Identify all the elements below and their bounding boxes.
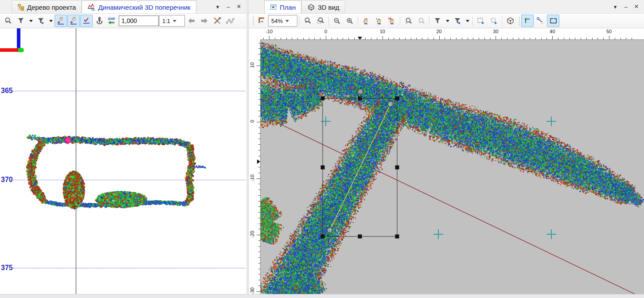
select-rectangle-icon xyxy=(477,17,485,25)
tab-label: 3D вид xyxy=(318,4,339,11)
zoom-window-button[interactable] xyxy=(314,15,327,27)
ratio-select[interactable]: 1:1 xyxy=(159,15,185,27)
zoom-select[interactable]: 54% xyxy=(268,15,297,27)
filter-add-button[interactable] xyxy=(35,15,47,27)
ruler-label: 10 xyxy=(380,29,385,34)
pane-close-button[interactable]: × xyxy=(632,2,641,12)
svg-text:DXF: DXF xyxy=(108,17,115,21)
zoom-in-icon xyxy=(346,17,354,25)
pane-menu-button[interactable]: ▾ xyxy=(213,2,222,12)
polyline-icon xyxy=(226,17,234,24)
back-button[interactable] xyxy=(185,15,198,27)
zoom-next-icon xyxy=(418,17,425,25)
anchor-icon xyxy=(96,17,103,25)
filter-button[interactable] xyxy=(431,15,444,27)
project-tree-icon xyxy=(17,4,24,11)
scale-input[interactable] xyxy=(119,15,159,26)
check-line-icon xyxy=(82,17,90,25)
ruler-corner xyxy=(249,28,261,40)
status-bar xyxy=(0,294,644,298)
settings-tools-button[interactable] xyxy=(211,15,223,27)
pan-smart-button[interactable] xyxy=(373,15,385,27)
diagonal-measure-button[interactable] xyxy=(534,15,546,27)
chevron-down-icon xyxy=(446,20,449,22)
plan-canvas-area[interactable] xyxy=(261,40,644,295)
zoom-window-icon xyxy=(316,17,324,25)
toolbar-drag-handle[interactable] xyxy=(252,15,254,26)
horizontal-ruler: -1001020304050 xyxy=(261,28,644,40)
chevron-down-icon xyxy=(466,20,469,22)
pan-button[interactable] xyxy=(360,15,372,27)
cross-section-canvas-area[interactable]: 365370375 xyxy=(0,28,246,295)
cross-section-toolbar: DXF 1:1 xyxy=(0,14,246,28)
filter-icon xyxy=(434,17,441,24)
tab-plan[interactable]: План xyxy=(264,0,301,13)
cross-section-point-cloud xyxy=(0,28,246,295)
pick-section-toggle[interactable] xyxy=(55,15,67,27)
filter-add-button[interactable] xyxy=(451,15,464,27)
filter-add-dropdown[interactable] xyxy=(47,15,54,27)
ruler-label: -30 xyxy=(250,284,255,295)
ruler-label: -10 xyxy=(265,29,273,34)
polyline-button[interactable] xyxy=(224,15,236,27)
zoom-fit-button[interactable] xyxy=(301,15,314,27)
dxf-export-button[interactable]: DXF xyxy=(106,15,118,27)
cube-section-button[interactable] xyxy=(504,15,516,27)
pane-minimize-button[interactable]: – xyxy=(223,2,233,12)
forward-button[interactable] xyxy=(198,15,211,27)
tab-label: Дерево проекта xyxy=(27,4,76,11)
ruler-cursor-marker xyxy=(358,37,362,40)
hand-sparkle-icon xyxy=(375,17,383,25)
filter-add-dropdown[interactable] xyxy=(464,15,471,27)
ratio-value: 1:1 xyxy=(162,18,170,24)
tab-3d-view[interactable]: 3D вид xyxy=(301,0,345,13)
ortho-corner-toggle[interactable] xyxy=(521,15,534,27)
filter-add-icon xyxy=(454,17,461,25)
filter-dropdown[interactable] xyxy=(444,15,451,27)
pane-minimize-button[interactable]: – xyxy=(621,2,631,12)
left-tabbar: Дерево проекта Динамический 3D поперечни… xyxy=(0,0,246,14)
ruler-label: 40 xyxy=(550,29,555,34)
filter-button[interactable] xyxy=(15,15,27,27)
toolbar-drag-handle[interactable] xyxy=(518,15,520,26)
zoom-previous-button[interactable] xyxy=(402,15,414,27)
x-axis-icon xyxy=(0,48,19,52)
hand-cross-icon xyxy=(57,17,65,25)
y-axis-icon xyxy=(18,48,24,52)
ruler-label: 20 xyxy=(436,29,441,34)
cube-section-icon xyxy=(506,17,515,25)
tab-dynamic-cross-section[interactable]: Динамический 3D поперечник xyxy=(82,0,196,13)
filter-dropdown[interactable] xyxy=(27,15,34,27)
rectangle-tool-icon xyxy=(549,17,558,25)
tab-project-tree[interactable]: Дерево проекта xyxy=(12,0,82,13)
cross-section-chart-icon xyxy=(87,4,95,11)
ruler-cursor-marker xyxy=(257,159,260,164)
select-rectangle-button[interactable] xyxy=(475,15,487,27)
zoom-out-button[interactable] xyxy=(331,15,343,27)
cube-3d-icon xyxy=(307,4,315,11)
tab-label: План xyxy=(280,4,296,11)
tools-icon xyxy=(213,17,221,25)
right-tabbar: План 3D вид ▾ – × xyxy=(249,0,644,14)
zoom-next-button[interactable] xyxy=(415,15,427,27)
pane-close-button[interactable]: × xyxy=(234,2,244,12)
pan-ne-button[interactable]: NE xyxy=(386,15,398,27)
hand-ne-icon: NE xyxy=(388,17,396,25)
zoom-in-button[interactable] xyxy=(343,15,356,27)
rectangle-tool-toggle[interactable] xyxy=(547,15,559,27)
zoom-fit-icon xyxy=(304,17,312,25)
ruler-origin-button[interactable] xyxy=(255,15,268,27)
ruler-label: -20 xyxy=(250,228,255,241)
apply-section-toggle[interactable] xyxy=(80,15,93,27)
ruler-label: 0 xyxy=(324,29,327,34)
plan-view-icon xyxy=(270,4,277,11)
pane-menu-button[interactable]: ▾ xyxy=(610,2,620,12)
pick-section-auto-toggle[interactable] xyxy=(67,15,80,27)
zoom-fit-button[interactable] xyxy=(2,15,14,27)
select-polygon-button[interactable] xyxy=(488,15,500,27)
ruler-label: 30 xyxy=(493,29,498,34)
anchor-button[interactable] xyxy=(93,15,105,27)
vertical-ruler: 100-10-20-30 xyxy=(249,40,261,295)
axes-widget xyxy=(0,28,27,55)
ruler-label: 0 xyxy=(250,115,255,128)
